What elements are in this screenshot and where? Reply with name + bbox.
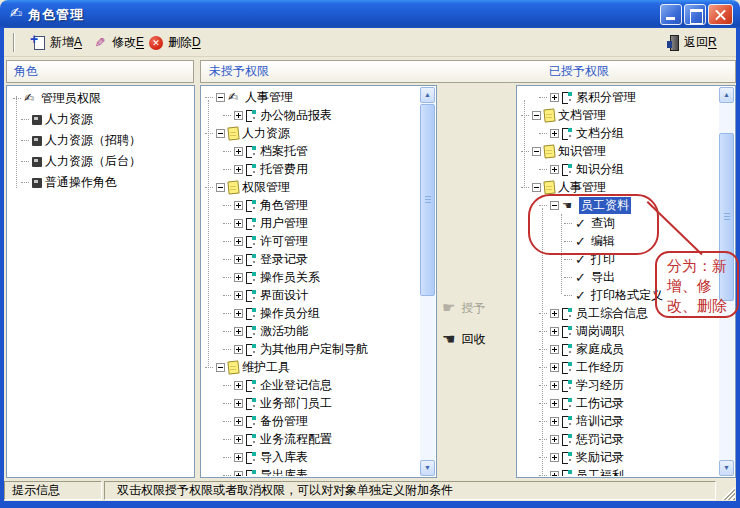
tree-item[interactable]: 工作经历	[518, 358, 719, 376]
revoke-button[interactable]: 回收	[442, 327, 514, 351]
expand-plus-icon[interactable]	[550, 417, 559, 426]
tree-guide	[521, 115, 529, 116]
expand-plus-icon[interactable]	[234, 327, 243, 336]
tree-item[interactable]: 权限管理	[202, 178, 420, 196]
scroll-down-icon[interactable]	[420, 460, 435, 476]
scroll-up-icon[interactable]	[719, 87, 734, 103]
collapse-minus-icon[interactable]	[216, 183, 225, 192]
tree-item[interactable]: 员工福利	[518, 466, 719, 476]
tree-item[interactable]: 家庭成员	[518, 340, 719, 358]
expand-plus-icon[interactable]	[234, 255, 243, 264]
resize-grip[interactable]	[721, 486, 735, 500]
tree-guide	[539, 439, 547, 440]
tree-item[interactable]: 操作员关系	[202, 268, 420, 286]
minimize-button[interactable]	[660, 4, 682, 25]
tree-item[interactable]: 学习经历	[518, 376, 719, 394]
tree-item[interactable]: 调岗调职	[518, 322, 719, 340]
tree-item[interactable]: 角色管理	[202, 196, 420, 214]
scroll-up-icon[interactable]	[420, 87, 435, 103]
tree-item[interactable]: 业务流程配置	[202, 430, 420, 448]
tree-item[interactable]: 导出库表	[202, 466, 420, 476]
add-button[interactable]: 新增A	[26, 31, 87, 54]
collapse-minus-icon[interactable]	[216, 129, 225, 138]
tree-item[interactable]: 界面设计	[202, 286, 420, 304]
tree-item[interactable]: 人事管理	[202, 88, 420, 106]
close-button[interactable]	[708, 4, 733, 25]
tree-item[interactable]: 激活功能	[202, 322, 420, 340]
expand-plus-icon[interactable]	[550, 363, 559, 372]
tree-item[interactable]: 托管费用	[202, 160, 420, 178]
tree-item[interactable]: 登录记录	[202, 250, 420, 268]
expand-plus-icon[interactable]	[234, 381, 243, 390]
expand-plus-icon[interactable]	[550, 381, 559, 390]
tree-item[interactable]: 工伤记录	[518, 394, 719, 412]
tree-item[interactable]: 备份管理	[202, 412, 420, 430]
expand-plus-icon[interactable]	[550, 345, 559, 354]
expand-plus-icon[interactable]	[234, 111, 243, 120]
tree-item[interactable]: 累积分管理	[518, 88, 719, 106]
tree-item[interactable]: 人力资源	[8, 109, 193, 130]
grant-button[interactable]: 授予	[442, 296, 514, 320]
scroll-down-icon[interactable]	[719, 460, 734, 476]
collapse-minus-icon[interactable]	[532, 147, 541, 156]
tree-item[interactable]: 业务部门员工	[202, 394, 420, 412]
collapse-minus-icon[interactable]	[216, 363, 225, 372]
tree-item[interactable]: 人力资源	[202, 124, 420, 142]
expand-plus-icon[interactable]	[550, 399, 559, 408]
tree-item[interactable]: 档案托管	[202, 142, 420, 160]
collapse-minus-icon[interactable]	[216, 93, 225, 102]
tree-item[interactable]: 知识分组	[518, 160, 719, 178]
expand-plus-icon[interactable]	[550, 309, 559, 318]
expand-plus-icon[interactable]	[234, 147, 243, 156]
back-button[interactable]: 返回R	[662, 31, 722, 54]
expand-plus-icon[interactable]	[550, 471, 559, 477]
tree-item[interactable]: 许可管理	[202, 232, 420, 250]
tree-item[interactable]: 培训记录	[518, 412, 719, 430]
tree-item[interactable]: 奖励记录	[518, 448, 719, 466]
tree-item[interactable]: 知识管理	[518, 142, 719, 160]
expand-plus-icon[interactable]	[234, 273, 243, 282]
tree-item[interactable]: 人力资源（招聘）	[8, 130, 193, 151]
tree-item[interactable]: 管理员权限	[8, 88, 193, 109]
expand-plus-icon[interactable]	[234, 399, 243, 408]
expand-plus-icon[interactable]	[234, 417, 243, 426]
expand-plus-icon[interactable]	[550, 453, 559, 462]
collapse-minus-icon[interactable]	[532, 111, 541, 120]
scrollbar-thumb[interactable]	[420, 104, 435, 296]
maximize-button[interactable]	[684, 4, 706, 25]
expand-plus-icon[interactable]	[234, 165, 243, 174]
expand-plus-icon[interactable]	[234, 219, 243, 228]
tree-guide	[13, 98, 21, 99]
hand-pen-icon	[228, 91, 242, 104]
expand-plus-icon[interactable]	[234, 291, 243, 300]
tree-item[interactable]: 导入库表	[202, 448, 420, 466]
ungranted-scrollbar[interactable]	[420, 87, 435, 476]
expand-plus-icon[interactable]	[234, 237, 243, 246]
tree-item[interactable]: 用户管理	[202, 214, 420, 232]
tree-item[interactable]: 普通操作角色	[8, 172, 193, 193]
tree-item[interactable]: 文档管理	[518, 106, 719, 124]
tree-item[interactable]: 人力资源（后台）	[8, 151, 193, 172]
expand-plus-icon[interactable]	[550, 129, 559, 138]
tree-item[interactable]: 惩罚记录	[518, 430, 719, 448]
modify-button[interactable]: 修改E	[88, 31, 149, 54]
expand-plus-icon[interactable]	[550, 327, 559, 336]
expand-plus-icon[interactable]	[550, 165, 559, 174]
tree-item[interactable]: 文档分组	[518, 124, 719, 142]
expand-plus-icon[interactable]	[234, 201, 243, 210]
tree-item[interactable]: 维护工具	[202, 358, 420, 376]
expand-plus-icon[interactable]	[234, 309, 243, 318]
delete-button[interactable]: 删除D	[144, 31, 206, 54]
tree-guide	[223, 259, 231, 260]
expand-plus-icon[interactable]	[550, 93, 559, 102]
tree-item[interactable]: 为其他用户定制导航	[202, 340, 420, 358]
tree-item[interactable]: 企业登记信息	[202, 376, 420, 394]
expand-plus-icon[interactable]	[234, 435, 243, 444]
tree-item[interactable]: 办公物品报表	[202, 106, 420, 124]
tree-item[interactable]: 操作员分组	[202, 304, 420, 322]
collapse-minus-icon[interactable]	[532, 183, 541, 192]
expand-plus-icon[interactable]	[234, 471, 243, 477]
expand-plus-icon[interactable]	[234, 345, 243, 354]
expand-plus-icon[interactable]	[550, 435, 559, 444]
expand-plus-icon[interactable]	[234, 453, 243, 462]
